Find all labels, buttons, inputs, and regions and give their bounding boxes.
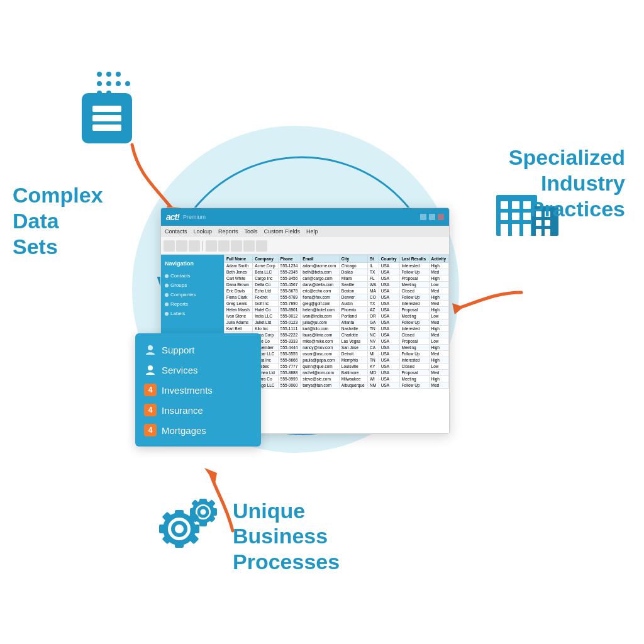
menu-tools[interactable]: Tools [245,228,258,235]
col-company[interactable]: Company [253,255,279,263]
insurance-badge-icon: 4 [144,404,157,416]
app-logo: act! [166,212,179,222]
col-email[interactable]: Email [301,255,340,263]
svg-rect-13 [92,125,121,131]
toolbar-btn-5[interactable] [218,240,230,252]
table-row[interactable]: Karl BellKilo Inc555-1111karl@kilo.comNa… [225,326,449,332]
svg-point-34 [173,523,186,535]
complex-data-label: Complex Data Sets [13,182,103,259]
toolbar-btn-8[interactable] [256,240,267,252]
sidebar-dot [165,284,169,287]
mortgages-badge: 4 [144,424,157,436]
svg-rect-24 [523,224,531,236]
svg-rect-16 [501,201,508,209]
insurance-label: Insurance [162,405,203,416]
table-row[interactable]: Adam SmithAcme Corp555-1234adam@acme.com… [225,263,449,269]
insurance-badge: 4 [144,404,157,416]
col-name[interactable]: Full Name [225,255,253,263]
col-phone[interactable]: Phone [278,255,300,263]
business-processes-label: Unique Business Processes [233,498,340,575]
svg-rect-36 [175,540,184,548]
sidebar-dot [165,303,169,306]
svg-point-7 [116,81,121,86]
menu-contacts[interactable]: Contacts [165,228,187,235]
svg-point-54 [148,345,153,350]
toolbar-btn-7[interactable] [243,240,255,252]
data-sets-icon [82,93,132,143]
dropdown-item-mortgages[interactable]: 4 Mortgages [135,420,261,440]
svg-point-4 [116,72,121,77]
table-row[interactable]: Ivan StoneIndia LLC555-9012ivan@india.co… [225,313,449,319]
dropdown-item-services[interactable]: Services [135,360,261,380]
app-toolbar [161,237,449,255]
toolbar-btn-6[interactable] [231,240,242,252]
toolbar-btn-3[interactable] [189,240,200,252]
menu-custom[interactable]: Custom Fields [264,228,301,235]
investments-label: Investments [162,385,213,396]
dropdown-item-investments[interactable]: 4 Investments [135,380,261,400]
sidebar-item-contacts[interactable]: Contacts [164,271,221,280]
sidebar-dot [165,293,169,297]
menu-reports[interactable]: Reports [218,228,238,235]
arrow-to-app-right [446,283,528,321]
sidebar-title: Navigation [164,258,221,269]
table-row[interactable]: Greg LewisGolf Inc555-7890greg@golf.comA… [225,301,449,307]
table-row[interactable]: Julia AdamsJuliet Ltd555-0123julia@jul.c… [225,319,449,326]
investments-badge-icon: 4 [144,384,157,396]
services-icon [144,364,157,376]
sidebar-item-labels[interactable]: Labels [164,309,221,318]
svg-marker-32 [452,303,464,314]
investments-badge: 4 [144,384,157,396]
svg-rect-35 [175,510,184,518]
table-row[interactable]: Fiona ClarkFoxtrot555-6789fiona@fox.comD… [225,294,449,301]
table-row[interactable]: Eric DavisEcho Ltd555-5678eric@echo.comB… [225,288,449,294]
dropdown-item-insurance[interactable]: 4 Insurance [135,400,261,420]
sidebar-groups-label: Groups [170,282,187,288]
support-label: Support [162,345,195,355]
svg-point-2 [97,72,102,77]
toolbar-btn-4[interactable] [206,240,217,252]
sidebar-dot [165,312,169,316]
table-row[interactable]: Beth JonesBeta LLC555-2345beth@beta.comD… [225,269,449,275]
sidebar-item-groups[interactable]: Groups [164,280,221,290]
menu-lookup[interactable]: Lookup [194,228,213,235]
svg-rect-37 [159,525,167,533]
support-icon [144,343,157,356]
col-country[interactable]: Country [379,255,399,263]
sidebar-labels-label: Labels [170,311,186,316]
sidebar-dot [165,274,169,278]
sidebar-reports-label: Reports [170,301,188,307]
maximize-btn[interactable] [429,214,435,220]
svg-rect-23 [512,224,519,236]
svg-point-3 [106,72,111,77]
table-row[interactable]: Carl WhiteCargo Inc555-3456carl@cargo.co… [225,275,449,282]
app-menu-bar: Contacts Lookup Reports Tools Custom Fie… [161,226,449,237]
services-label: Services [162,365,198,375]
minimize-btn[interactable] [420,214,426,220]
col-city[interactable]: City [339,255,367,263]
col-activity[interactable]: Activity [429,255,448,263]
svg-point-6 [106,81,111,86]
svg-point-5 [97,81,102,86]
svg-rect-31 [545,229,550,236]
app-subtitle: Premium [183,214,206,220]
toolbar-btn-1[interactable] [164,240,175,252]
svg-rect-30 [536,229,541,236]
col-results[interactable]: Last Results [399,255,429,263]
menu-help[interactable]: Help [306,228,318,235]
toolbar-btn-2[interactable] [176,240,187,252]
toolbar-divider [203,241,203,251]
table-row[interactable]: Dana BrownDelta Co555-4567dana@delta.com… [225,282,449,288]
dropdown-panel: Support Services 4 Investments 4 Insuran… [135,333,261,447]
svg-rect-12 [92,115,121,121]
sidebar-contacts-label: Contacts [170,273,191,279]
close-btn[interactable] [438,214,444,220]
svg-point-8 [125,81,130,86]
sidebar-item-companies[interactable]: Companies [164,290,221,299]
svg-marker-53 [204,468,217,484]
col-state[interactable]: St [367,255,379,263]
dropdown-item-support[interactable]: Support [135,340,261,360]
main-scene: Complex Data Sets [0,0,644,644]
table-row[interactable]: Helen MarshHotel Co555-8901helen@hotel.c… [225,307,449,313]
sidebar-item-reports[interactable]: Reports [164,299,221,309]
